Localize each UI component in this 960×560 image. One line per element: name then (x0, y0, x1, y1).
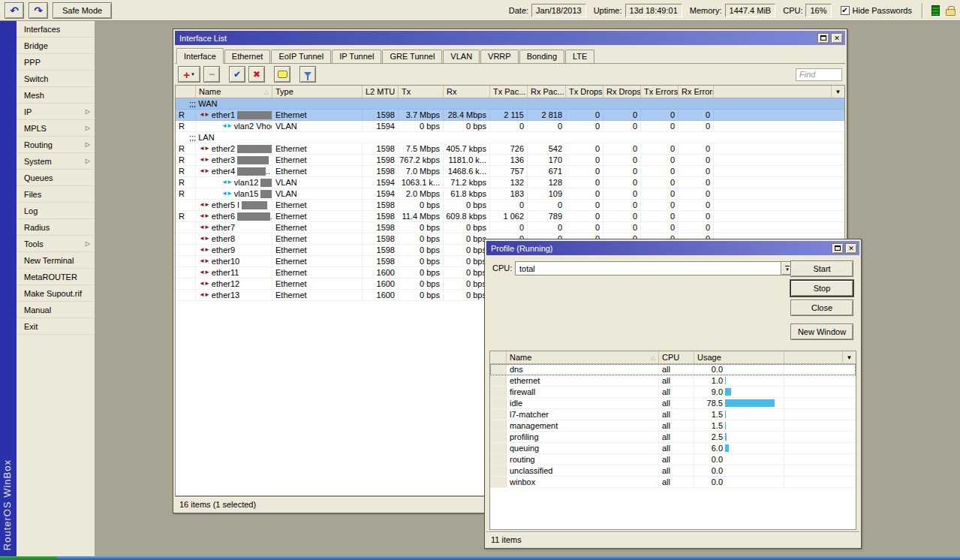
comment-row[interactable]: ;;; LAN (176, 132, 844, 143)
profile-row[interactable]: unclassifiedall0.0 (490, 465, 856, 477)
new-window-button[interactable]: New Window (790, 324, 853, 340)
tx-cell: 767.2 kbps (399, 155, 444, 165)
profile-row[interactable]: firewallall9.0 (490, 387, 856, 398)
sidebar-item-queues[interactable]: Queues (17, 170, 95, 186)
maximize-button[interactable] (817, 33, 829, 44)
interface-list-titlebar[interactable]: Interface List ✕ (175, 31, 845, 45)
interface-row[interactable]: ◄►ether5 IEthernet15980 bps0 bps000000 (176, 200, 844, 211)
column-header-tx[interactable]: Tx (399, 86, 444, 98)
close-profile-button[interactable]: Close (790, 300, 853, 316)
sidebar-item-system[interactable]: System▷ (17, 153, 95, 170)
close-button[interactable]: ✕ (831, 33, 843, 44)
enable-button[interactable]: ✔ (229, 66, 245, 83)
redo-button[interactable]: ↷ (29, 2, 48, 19)
undo-button[interactable]: ↶ (5, 2, 24, 19)
profile-row[interactable]: managementall1.5 (490, 420, 856, 432)
tab-ethernet[interactable]: Ethernet (224, 50, 271, 63)
tab-vlan[interactable]: VLAN (443, 50, 480, 63)
sidebar-item-exit[interactable]: Exit (17, 318, 95, 335)
cpu-cell: all (659, 364, 694, 375)
interface-row[interactable]: R◄►vlan15VLAN15942.0 Mbps61.8 kbps183109… (176, 188, 844, 200)
profile-row[interactable]: routingall0.0 (490, 454, 856, 465)
sidebar-item-interfaces[interactable]: Interfaces (17, 21, 95, 38)
tab-gre-tunnel[interactable]: GRE Tunnel (382, 50, 442, 63)
profile-close-button[interactable]: ✕ (845, 243, 857, 254)
ethernet-interface-icon: ◄► (199, 202, 209, 208)
tab-interface[interactable]: Interface (176, 48, 224, 64)
process-name-cell: management (507, 420, 659, 431)
profile-titlebar[interactable]: Profile (Running) ✕ (486, 241, 859, 255)
column-header-rx-errors[interactable]: Rx Errors (679, 86, 714, 98)
profile-row[interactable]: profilingall2.5 (490, 432, 856, 443)
cpu-select[interactable]: total ▼ (515, 261, 794, 275)
sidebar-item-new-terminal[interactable]: New Terminal (17, 252, 95, 269)
interface-row[interactable]: ◄►ether7Ethernet15980 bps0 bps000000 (176, 222, 844, 233)
taskbar-edge[interactable] (0, 556, 960, 560)
sidebar-item-files[interactable]: Files (17, 186, 95, 203)
column-header-name[interactable]: Name△ (196, 86, 272, 98)
tab-ip-tunnel[interactable]: IP Tunnel (332, 50, 381, 63)
sidebar-item-label: Files (24, 190, 41, 199)
tab-vrrp[interactable]: VRRP (480, 50, 519, 63)
sidebar-item-ppp[interactable]: PPP (17, 54, 95, 71)
sidebar-item-radius[interactable]: Radius (17, 219, 95, 236)
safe-mode-button[interactable]: Safe Mode (53, 2, 112, 19)
profile-row[interactable]: l7-matcherall1.5 (490, 409, 856, 420)
column-header-tx-pac[interactable]: Tx Pac... (490, 86, 528, 98)
column-select-button[interactable]: ▼ (842, 351, 856, 363)
sidebar-item-mesh[interactable]: Mesh (17, 87, 95, 104)
start-button-edge[interactable] (0, 556, 57, 560)
add-button[interactable]: + ▼ (178, 66, 200, 83)
interface-row[interactable]: R◄►ether6.Ethernet159811.4 Mbps609.8 kbp… (176, 211, 844, 222)
comment-button[interactable] (274, 66, 290, 83)
profile-maximize-button[interactable] (832, 243, 844, 254)
column-header-rx-drops[interactable]: Rx Drops (603, 86, 641, 98)
sidebar-item-ip[interactable]: IP▷ (17, 104, 95, 120)
process-name-cell: dns (507, 364, 659, 375)
sidebar-item-log[interactable]: Log (17, 203, 95, 219)
interface-row[interactable]: R◄►ether1Ethernet15983.7 Mbps28.4 Mbps2 … (176, 110, 844, 121)
interface-row[interactable]: R◄►ether4..Ethernet15987.0 Mbps1468.6 k.… (176, 166, 844, 177)
interface-row[interactable]: R◄►ether2rEthernet15987.5 Mbps405.7 kbps… (176, 143, 844, 155)
sidebar-item-metarouter[interactable]: MetaROUTER (17, 269, 95, 285)
comment-row[interactable]: ;;; WAN (176, 98, 844, 110)
profile-row[interactable]: ethernetall1.0 (490, 375, 856, 387)
column-header-cpu[interactable]: CPU (659, 351, 694, 363)
tab-lte[interactable]: LTE (565, 50, 594, 63)
sidebar-item-manual[interactable]: Manual (17, 302, 95, 318)
start-button[interactable]: Start (790, 260, 853, 277)
interface-row[interactable]: R◄►vlan2 VhodVLAN15940 bps0 bps000000 (176, 121, 844, 132)
column-header-flag[interactable] (176, 86, 196, 98)
interface-row[interactable]: R◄►ether3Ethernet1598767.2 kbps1181.0 k.… (176, 155, 844, 166)
profile-row[interactable]: queuingall6.0 (490, 443, 856, 454)
column-header-l2-mtu[interactable]: L2 MTU (363, 86, 399, 98)
column-header-name[interactable]: Name△ (507, 351, 659, 363)
column-header-usage[interactable]: Usage (694, 351, 784, 363)
filter-button[interactable] (299, 66, 316, 83)
column-select-button[interactable]: ▼ (831, 86, 844, 98)
sidebar-item-tools[interactable]: Tools▷ (17, 236, 95, 252)
column-header-rx[interactable]: Rx (444, 86, 490, 98)
tab-eoip-tunnel[interactable]: EoIP Tunnel (271, 50, 331, 63)
sidebar-item-bridge[interactable]: Bridge (17, 38, 95, 54)
sidebar-item-make-supout-rif[interactable]: Make Supout.rif (17, 285, 95, 302)
profile-row[interactable]: dnsall0.0 (490, 364, 856, 375)
profile-row[interactable]: idleall78.5 (490, 398, 856, 409)
disable-button[interactable]: ✖ (248, 66, 265, 83)
remove-button[interactable]: − (203, 66, 220, 83)
column-header-rx-pac[interactable]: Rx Pac... (528, 86, 566, 98)
find-input[interactable] (796, 68, 842, 81)
tx-errors-cell: 0 (641, 166, 679, 176)
tx-cell: 11.4 Mbps (399, 211, 444, 221)
column-header-type[interactable]: Type (272, 86, 363, 98)
sidebar-item-switch[interactable]: Switch (17, 71, 95, 87)
stop-button[interactable]: Stop (790, 280, 853, 297)
hide-passwords-checkbox[interactable]: ✔ (841, 6, 850, 15)
column-header-tx-drops[interactable]: Tx Drops (566, 86, 603, 98)
profile-row[interactable]: winboxall0.0 (490, 477, 856, 488)
interface-row[interactable]: R◄►vlan12VLAN15941063.1 k...71.2 kbps132… (176, 177, 844, 188)
column-header-tx-errors[interactable]: Tx Errors (641, 86, 679, 98)
tab-bonding[interactable]: Bonding (519, 50, 564, 63)
sidebar-item-routing[interactable]: Routing▷ (17, 137, 95, 153)
sidebar-item-mpls[interactable]: MPLS▷ (17, 120, 95, 137)
